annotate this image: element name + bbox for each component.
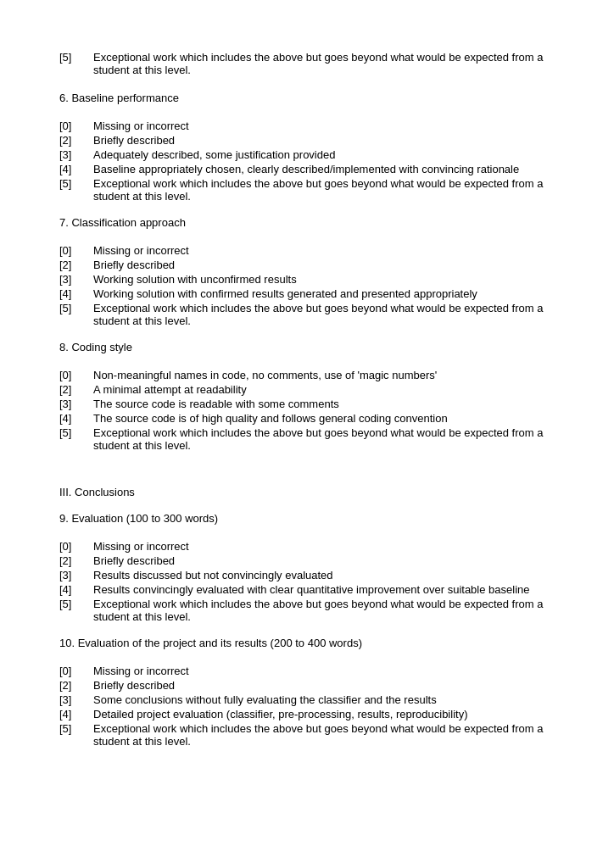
list-item: [4]Results convincingly evaluated with c… <box>59 583 555 596</box>
item-bracket: [2] <box>59 259 93 271</box>
section-8-items: [0]Non-meaningful names in code, no comm… <box>59 369 555 452</box>
item-bracket: [3] <box>59 273 93 286</box>
list-item: [5]Exceptional work which includes the a… <box>59 598 555 623</box>
item-bracket: [0] <box>59 244 93 257</box>
item-bracket: [2] <box>59 554 93 567</box>
top-item-bracket: [5] <box>59 51 93 76</box>
item-text: Exceptional work which includes the abov… <box>93 177 555 203</box>
section-6: 6. Baseline performance <box>59 92 555 104</box>
item-text: Some conclusions without fully evaluatin… <box>93 693 555 706</box>
item-bracket: [0] <box>59 665 93 677</box>
item-text: Missing or incorrect <box>93 244 555 257</box>
item-text: Briefly described <box>93 679 555 692</box>
item-bracket: [3] <box>59 398 93 410</box>
list-item: [0]Missing or incorrect <box>59 120 555 132</box>
section-8-title: 8. Coding style <box>59 341 555 353</box>
conclusions-header: III. Conclusions <box>59 486 555 498</box>
item-bracket: [2] <box>59 679 93 692</box>
item-text: Adequately described, some justification… <box>93 148 555 161</box>
item-bracket: [3] <box>59 693 93 706</box>
item-text: Exceptional work which includes the abov… <box>93 302 555 327</box>
list-item: [4]The source code is of high quality an… <box>59 412 555 425</box>
item-bracket: [5] <box>59 426 93 452</box>
item-text: Baseline appropriately chosen, clearly d… <box>93 163 555 175</box>
list-item: [5]Exceptional work which includes the a… <box>59 722 555 748</box>
list-item: [3]The source code is readable with some… <box>59 398 555 410</box>
list-item: [5]Exceptional work which includes the a… <box>59 426 555 452</box>
item-bracket: [4] <box>59 163 93 175</box>
item-text: Results discussed but not convincingly e… <box>93 569 555 581</box>
top-item-text: Exceptional work which includes the abov… <box>93 51 555 76</box>
list-item: [3]Results discussed but not convincingl… <box>59 569 555 581</box>
item-text: Missing or incorrect <box>93 120 555 132</box>
item-text: Briefly described <box>93 259 555 271</box>
section-7: 7. Classification approach <box>59 216 555 229</box>
item-bracket: [0] <box>59 540 93 553</box>
list-item: [0]Missing or incorrect <box>59 244 555 257</box>
item-text: Briefly described <box>93 554 555 567</box>
item-bracket: [5] <box>59 722 93 748</box>
item-bracket: [3] <box>59 569 93 581</box>
item-bracket: [4] <box>59 708 93 721</box>
list-item: [3]Working solution with unconfirmed res… <box>59 273 555 286</box>
item-bracket: [0] <box>59 369 93 381</box>
item-text: Non-meaningful names in code, no comment… <box>93 369 555 381</box>
list-item: [0]Non-meaningful names in code, no comm… <box>59 369 555 381</box>
item-text: Exceptional work which includes the abov… <box>93 426 555 452</box>
section-6-items: [0]Missing or incorrect[2]Briefly descri… <box>59 120 555 203</box>
list-item: [5]Exceptional work which includes the a… <box>59 177 555 203</box>
item-bracket: [0] <box>59 120 93 132</box>
item-bracket: [5] <box>59 598 93 623</box>
list-item: [4]Working solution with confirmed resul… <box>59 287 555 300</box>
section-10-items: [0]Missing or incorrect[2]Briefly descri… <box>59 665 555 748</box>
list-item: [2]Briefly described <box>59 134 555 147</box>
list-item: [2]Briefly described <box>59 554 555 567</box>
section-7-title: 7. Classification approach <box>59 216 555 229</box>
list-item: [0]Missing or incorrect <box>59 540 555 553</box>
item-bracket: [2] <box>59 134 93 147</box>
item-bracket: [2] <box>59 383 93 396</box>
item-text: Exceptional work which includes the abov… <box>93 722 555 748</box>
conclusions-header-text: III. Conclusions <box>59 486 555 498</box>
list-item: [4]Baseline appropriately chosen, clearl… <box>59 163 555 175</box>
section-6-title: 6. Baseline performance <box>59 92 555 104</box>
item-bracket: [4] <box>59 412 93 425</box>
list-item: [5]Exceptional work which includes the a… <box>59 302 555 327</box>
item-text: Working solution with unconfirmed result… <box>93 273 555 286</box>
list-item: [3]Adequately described, some justificat… <box>59 148 555 161</box>
section-7-items: [0]Missing or incorrect[2]Briefly descri… <box>59 244 555 327</box>
item-text: Missing or incorrect <box>93 665 555 677</box>
item-text: Exceptional work which includes the abov… <box>93 598 555 623</box>
section-8: 8. Coding style <box>59 341 555 353</box>
section-9-items: [0]Missing or incorrect[2]Briefly descri… <box>59 540 555 623</box>
list-item: [3]Some conclusions without fully evalua… <box>59 693 555 706</box>
item-text: A minimal attempt at readability <box>93 383 555 396</box>
section-9-title: 9. Evaluation (100 to 300 words) <box>59 512 555 525</box>
item-text: Detailed project evaluation (classifier,… <box>93 708 555 721</box>
item-bracket: [4] <box>59 583 93 596</box>
item-text: Briefly described <box>93 134 555 147</box>
item-text: Missing or incorrect <box>93 540 555 553</box>
item-bracket: [4] <box>59 287 93 300</box>
list-item: [0]Missing or incorrect <box>59 665 555 677</box>
section-9: 9. Evaluation (100 to 300 words) <box>59 512 555 525</box>
list-item: [2]Briefly described <box>59 259 555 271</box>
list-item: [4]Detailed project evaluation (classifi… <box>59 708 555 721</box>
section-10: 10. Evaluation of the project and its re… <box>59 637 555 649</box>
item-text: Working solution with confirmed results … <box>93 287 555 300</box>
item-bracket: [5] <box>59 302 93 327</box>
item-text: Results convincingly evaluated with clea… <box>93 583 555 596</box>
item-text: The source code is of high quality and f… <box>93 412 555 425</box>
item-bracket: [3] <box>59 148 93 161</box>
item-text: The source code is readable with some co… <box>93 398 555 410</box>
top-item: [5] Exceptional work which includes the … <box>59 51 555 76</box>
list-item: [2]Briefly described <box>59 679 555 692</box>
item-bracket: [5] <box>59 177 93 203</box>
section-10-title: 10. Evaluation of the project and its re… <box>59 637 555 649</box>
list-item: [2]A minimal attempt at readability <box>59 383 555 396</box>
